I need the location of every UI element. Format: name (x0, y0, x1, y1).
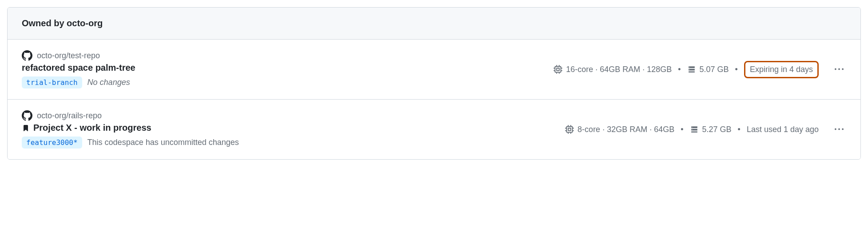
bookmark-icon (22, 124, 30, 132)
changes-text: This codespace has uncommitted changes (88, 138, 239, 147)
codespace-row: octo-org/rails-repo Project X - work in … (8, 100, 860, 159)
codespace-info: octo-org/test-repo refactored space palm… (22, 50, 553, 88)
github-icon (22, 110, 32, 121)
codespace-title[interactable]: refactored space palm-tree (22, 63, 135, 73)
changes-text: No changes (88, 78, 130, 87)
codespaces-list: Owned by octo-org octo-org/test-repo ref… (7, 7, 861, 160)
separator: • (681, 125, 683, 134)
separator: • (678, 65, 681, 74)
machine-spec: 8-core · 32GB RAM · 64GB (565, 125, 674, 134)
github-icon (22, 50, 32, 61)
machine-spec: 16-core · 64GB RAM · 128GB (553, 65, 672, 74)
codespace-title-line: Project X - work in progress (22, 123, 565, 133)
branch-badge[interactable]: trial-branch (22, 76, 82, 88)
machine-spec-text: 16-core · 64GB RAM · 128GB (566, 65, 672, 74)
codespace-title-line: refactored space palm-tree (22, 63, 553, 73)
kebab-menu-button[interactable] (832, 62, 846, 76)
list-header: Owned by octo-org (8, 8, 860, 40)
storage-text: 5.07 GB (700, 65, 729, 74)
codespace-meta: 8-core · 32GB RAM · 64GB • 5.27 GB • Las… (565, 122, 846, 137)
storage-text: 5.27 GB (702, 125, 732, 134)
repo-name[interactable]: octo-org/test-repo (37, 51, 100, 60)
repo-name[interactable]: octo-org/rails-repo (37, 111, 102, 121)
codespace-meta: 16-core · 64GB RAM · 128GB • 5.07 GB • E… (553, 61, 846, 78)
codespace-title[interactable]: Project X - work in progress (33, 123, 151, 133)
repo-line: octo-org/rails-repo (22, 110, 565, 121)
storage-spec: 5.07 GB (687, 65, 729, 74)
branch-line: trial-branch No changes (22, 76, 553, 88)
branch-badge[interactable]: feature3000* (22, 137, 82, 149)
codespace-info: octo-org/rails-repo Project X - work in … (22, 110, 565, 149)
branch-line: feature3000* This codespace has uncommit… (22, 137, 565, 149)
cpu-icon (565, 125, 574, 134)
codespace-row: octo-org/test-repo refactored space palm… (8, 40, 860, 100)
repo-line: octo-org/test-repo (22, 50, 553, 61)
cpu-icon (553, 65, 562, 74)
storage-spec: 5.27 GB (690, 125, 732, 134)
separator: • (735, 65, 738, 74)
machine-spec-text: 8-core · 32GB RAM · 64GB (577, 125, 674, 134)
kebab-menu-button[interactable] (832, 122, 846, 137)
expiration-status: Expiring in 4 days (744, 61, 819, 78)
owner-title: Owned by octo-org (22, 18, 846, 28)
last-used-status: Last used 1 day ago (747, 125, 819, 134)
database-icon (687, 65, 696, 74)
separator: • (738, 125, 741, 134)
database-icon (690, 125, 699, 134)
